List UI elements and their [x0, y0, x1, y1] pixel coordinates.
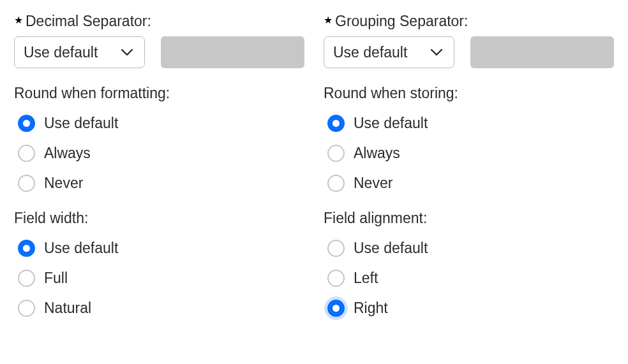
grouping-separator-label: Grouping Separator: [335, 13, 468, 30]
grouping-separator-select[interactable]: Use default [324, 36, 454, 68]
round-storing-never[interactable]: Never [327, 175, 614, 192]
round-storing-always[interactable]: Always [327, 145, 614, 162]
radio-label: Right [354, 300, 388, 317]
radio-icon [18, 270, 35, 287]
decimal-separator-select[interactable]: Use default [14, 36, 145, 68]
radio-label: Full [44, 270, 68, 287]
radio-icon [18, 175, 35, 192]
grouping-separator-label-row: ★ Grouping Separator: [324, 13, 614, 30]
grouping-separator-input-row: Use default [324, 36, 614, 68]
round-formatting-label: Round when formatting: [14, 85, 304, 102]
radio-icon [18, 115, 35, 132]
radio-label: Always [354, 145, 400, 162]
left-column: ★ Decimal Separator: Use default Round w… [14, 13, 304, 335]
radio-label: Never [44, 175, 83, 192]
radio-label: Always [44, 145, 91, 162]
decimal-separator-input-row: Use default [14, 36, 304, 68]
decimal-separator-text-input [161, 36, 304, 68]
radio-label: Never [354, 175, 392, 192]
radio-icon [18, 145, 35, 162]
radio-label: Natural [44, 300, 91, 317]
radio-icon [327, 175, 345, 192]
radio-icon [327, 145, 345, 162]
chevron-down-icon [119, 44, 135, 61]
radio-icon [327, 270, 345, 287]
decimal-separator-value: Use default [24, 44, 119, 61]
decimal-separator-label-row: ★ Decimal Separator: [14, 13, 304, 30]
round-storing-use-default[interactable]: Use default [327, 115, 614, 132]
round-formatting-use-default[interactable]: Use default [18, 115, 304, 132]
grouping-separator-value: Use default [333, 44, 428, 61]
radio-icon [327, 240, 345, 257]
required-star-icon: ★ [14, 15, 23, 25]
radio-label: Use default [44, 115, 118, 132]
field-alignment-group: Use default Left Right [327, 240, 614, 317]
radio-icon [327, 300, 345, 317]
round-formatting-group: Use default Always Never [18, 115, 304, 192]
radio-label: Use default [354, 240, 428, 257]
grouping-separator-text-input [470, 36, 614, 68]
field-alignment-label: Field alignment: [324, 210, 614, 227]
field-alignment-left[interactable]: Left [327, 270, 614, 287]
radio-icon [18, 240, 35, 257]
radio-label: Left [354, 270, 378, 287]
decimal-separator-label: Decimal Separator: [26, 13, 151, 30]
right-column: ★ Grouping Separator: Use default Round … [324, 13, 614, 335]
field-width-use-default[interactable]: Use default [18, 240, 304, 257]
round-storing-label: Round when storing: [324, 85, 614, 102]
field-width-group: Use default Full Natural [18, 240, 304, 317]
radio-icon [18, 300, 35, 317]
field-width-label: Field width: [14, 210, 304, 227]
round-formatting-never[interactable]: Never [18, 175, 304, 192]
radio-label: Use default [44, 240, 118, 257]
chevron-down-icon [428, 44, 445, 61]
field-alignment-use-default[interactable]: Use default [327, 240, 614, 257]
required-star-icon: ★ [324, 15, 333, 25]
round-storing-group: Use default Always Never [327, 115, 614, 192]
field-alignment-right[interactable]: Right [327, 300, 614, 317]
field-width-full[interactable]: Full [18, 270, 304, 287]
radio-icon [327, 115, 345, 132]
round-formatting-always[interactable]: Always [18, 145, 304, 162]
radio-label: Use default [354, 115, 428, 132]
field-width-natural[interactable]: Natural [18, 300, 304, 317]
